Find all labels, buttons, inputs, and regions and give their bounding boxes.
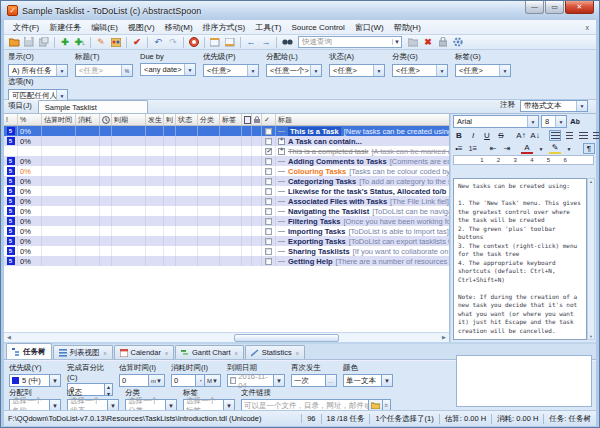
align-right-icon[interactable]: [577, 130, 589, 141]
highlight-color-icon[interactable]: ✎: [549, 143, 561, 154]
filter-tags-combobox[interactable]: <任意>▼: [455, 64, 511, 77]
prev-selection-icon[interactable]: ←: [244, 36, 258, 49]
close-tab-icon[interactable]: x: [104, 350, 107, 356]
chevron-down-icon[interactable]: ▼: [50, 374, 61, 387]
task-checkbox[interactable]: [265, 228, 272, 235]
table-row[interactable]: 5 0% Categorizing Tasks[To add an catego…: [4, 176, 449, 186]
quick-search-input[interactable]: 快速查询 ▼: [298, 36, 402, 48]
chevron-down-icon[interactable]: ▼: [535, 143, 547, 154]
font-name-combobox[interactable]: Arial▼: [453, 115, 539, 128]
menu-window[interactable]: 窗口(W): [350, 21, 389, 34]
expand-icon[interactable]: [278, 138, 285, 145]
recurrence-field[interactable]: 一次: [291, 374, 326, 387]
table-row[interactable]: 5 0% Colouring Tasks[Tasks can be colour…: [4, 166, 449, 176]
table-row[interactable]: 5 0% Likewise for the task's Status, All…: [4, 186, 449, 196]
save-icon[interactable]: [22, 36, 36, 49]
delete-task-icon[interactable]: ✖: [421, 36, 435, 49]
clear-search-icon[interactable]: [406, 36, 420, 49]
close-tab-icon[interactable]: x: [165, 350, 168, 356]
new-task-icon[interactable]: ✚: [58, 36, 72, 49]
task-checkbox-checked[interactable]: [265, 148, 272, 155]
task-checkbox[interactable]: [265, 198, 272, 205]
undo-icon[interactable]: ↶: [151, 36, 165, 49]
paragraph-icon[interactable]: ¶: [583, 143, 595, 154]
align-left-icon[interactable]: [549, 130, 561, 141]
complete-task-icon[interactable]: ✔: [130, 36, 144, 49]
open-file-icon[interactable]: [7, 36, 21, 49]
tab-statistics[interactable]: Statisticsx: [245, 345, 305, 359]
font-dialog-icon[interactable]: Ab: [569, 116, 581, 127]
filter-dueby-combobox[interactable]: <any date>▼: [140, 63, 196, 76]
scroll-left-icon[interactable]: ◀: [4, 333, 14, 342]
tab-gantt-chart[interactable]: Gantt Chartx: [175, 345, 244, 359]
chevron-down-icon[interactable]: ▼: [563, 143, 575, 154]
scrollbar-thumb[interactable]: [234, 334, 339, 342]
maximize-comments-icon[interactable]: [223, 36, 237, 49]
lock-icon[interactable]: [436, 36, 450, 49]
menu-tools[interactable]: 工具(T): [250, 21, 286, 34]
comments-format-combobox[interactable]: 带格式文本▼: [520, 100, 588, 112]
table-row[interactable]: 5 0% Associated Files with Tasks[The Fil…: [4, 196, 449, 206]
menu-help[interactable]: 帮助(H): [389, 21, 426, 34]
task-checkbox[interactable]: [265, 248, 272, 255]
table-header[interactable]: ! % 估算时间 消耗 到期 发生 到 状态 分类 标签 ✓ 标题: [4, 114, 449, 126]
maximize-button[interactable]: ▭: [545, 1, 564, 14]
grow-font-icon[interactable]: A↑: [515, 130, 527, 141]
preferences-gear-icon[interactable]: [451, 36, 465, 49]
table-row[interactable]: 5 0% Adding Comments to Tasks[Comments a…: [4, 156, 449, 166]
next-selection-icon[interactable]: →: [259, 36, 273, 49]
menu-sort[interactable]: 排序方式(S): [198, 21, 251, 34]
edit-task-icon[interactable]: ✎: [94, 36, 108, 49]
bold-icon[interactable]: B: [453, 130, 465, 141]
task-checkbox[interactable]: [265, 218, 272, 225]
spent-time-input[interactable]: 0: [171, 374, 196, 387]
comments-edit-area[interactable]: [456, 355, 592, 407]
task-checkbox[interactable]: [265, 158, 272, 165]
menu-move[interactable]: 移动(M): [160, 21, 198, 34]
align-center-icon[interactable]: [563, 130, 575, 141]
task-checkbox[interactable]: [265, 178, 272, 185]
close-tab-icon[interactable]: x: [235, 350, 238, 356]
task-checkbox[interactable]: [265, 128, 272, 135]
table-row[interactable]: This is a completed task[A task can be m…: [4, 146, 449, 156]
vertical-scrollbar[interactable]: [587, 178, 595, 340]
expand-icon[interactable]: [278, 148, 285, 155]
task-checkbox[interactable]: [265, 188, 272, 195]
table-row[interactable]: 5 0% Getting Help[There are a number of …: [4, 256, 449, 266]
task-checkbox[interactable]: [265, 138, 272, 145]
new-subtask-icon[interactable]: ✚˪: [73, 36, 87, 49]
title-filter-options-icon[interactable]: %: [121, 65, 132, 76]
close-button[interactable]: ✕: [565, 1, 594, 14]
font-color-icon[interactable]: A: [521, 143, 533, 154]
strikethrough-icon[interactable]: S: [495, 130, 507, 141]
color-combobox[interactable]: 单一文本: [343, 374, 382, 387]
table-row[interactable]: 5 0% A Task can contain...: [4, 136, 449, 146]
find-tasks-icon[interactable]: [280, 36, 294, 49]
tab-task-tree[interactable]: 任务树: [6, 343, 52, 359]
chevron-down-icon[interactable]: ▼: [274, 374, 285, 387]
time-unit-button[interactable]: M ▼: [205, 374, 221, 387]
shrink-font-icon[interactable]: A↓: [529, 130, 541, 141]
menu-new-task[interactable]: 新建任务: [44, 21, 86, 34]
task-checkbox[interactable]: [265, 238, 272, 245]
table-row[interactable]: 5 0% Navigating the Tasklist[ToDoList ca…: [4, 206, 449, 216]
underline-icon[interactable]: U: [481, 130, 493, 141]
align-justify-icon[interactable]: [591, 130, 600, 141]
filter-priority-combobox[interactable]: <任意>▼: [203, 64, 259, 77]
chevron-down-icon[interactable]: ▼: [382, 374, 393, 387]
outdent-icon[interactable]: ⇤: [487, 143, 499, 154]
tab-calendar[interactable]: Calendarx: [114, 345, 174, 359]
menu-edit[interactable]: 编辑(E): [86, 21, 123, 34]
menu-source-control[interactable]: Source Control: [286, 22, 349, 33]
filter-category-combobox[interactable]: <任意>▼: [392, 64, 448, 77]
scroll-right-icon[interactable]: ▶: [439, 333, 449, 342]
table-row[interactable]: 5 0% Importing Tasks[ToDoList is able to…: [4, 226, 449, 236]
bullet-list-icon[interactable]: •≡: [453, 143, 465, 154]
menu-file[interactable]: 文件(F): [8, 21, 44, 34]
filter-allocto-combobox[interactable]: <任意一个>▼: [266, 64, 322, 77]
filter-title-input[interactable]: <任意>%: [75, 64, 133, 77]
horizontal-scrollbar[interactable]: ◀ ▶: [4, 332, 449, 342]
track-time-icon[interactable]: [187, 36, 201, 49]
filter-status-combobox[interactable]: <任意>▼: [329, 64, 385, 77]
minimize-button[interactable]: —: [525, 1, 544, 14]
